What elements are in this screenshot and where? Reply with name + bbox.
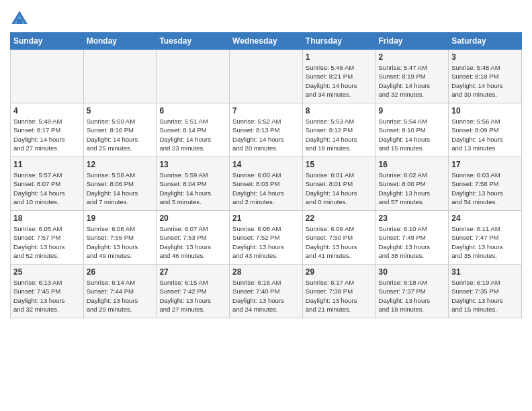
calendar-body: 1Sunrise: 5:46 AM Sunset: 8:21 PM Daylig… [11,50,522,318]
calendar-header-row: SundayMondayTuesdayWednesdayThursdayFrid… [11,33,522,50]
day-number: 31 [451,267,519,277]
cell-info: Sunrise: 6:09 AM Sunset: 7:50 PM Dayligh… [306,224,373,260]
cell-info: Sunrise: 6:10 AM Sunset: 7:49 PM Dayligh… [379,224,446,260]
calendar-week-2: 4Sunrise: 5:49 AM Sunset: 8:17 PM Daylig… [11,103,522,157]
calendar-cell [83,50,157,103]
weekday-header-thursday: Thursday [302,33,375,50]
day-number: 1 [306,52,373,62]
calendar-cell: 3Sunrise: 5:48 AM Sunset: 8:18 PM Daylig… [449,50,522,103]
day-number: 5 [87,106,154,116]
day-number: 2 [379,52,446,62]
calendar-cell: 9Sunrise: 5:54 AM Sunset: 8:10 PM Daylig… [375,103,449,157]
cell-info: Sunrise: 6:03 AM Sunset: 7:58 PM Dayligh… [451,171,519,206]
cell-info: Sunrise: 5:46 AM Sunset: 8:21 PM Dayligh… [306,63,373,99]
day-number: 29 [306,267,373,277]
page-header [10,7,522,28]
calendar-week-3: 11Sunrise: 5:57 AM Sunset: 8:07 PM Dayli… [11,157,522,211]
day-number: 18 [13,214,81,223]
cell-info: Sunrise: 5:48 AM Sunset: 8:18 PM Dayligh… [451,63,519,99]
day-number: 17 [451,160,519,169]
day-number: 11 [13,160,81,169]
calendar-cell: 6Sunrise: 5:51 AM Sunset: 8:14 PM Daylig… [157,103,230,157]
cell-info: Sunrise: 6:05 AM Sunset: 7:57 PM Dayligh… [13,224,81,260]
calendar-cell: 1Sunrise: 5:46 AM Sunset: 8:21 PM Daylig… [302,50,375,103]
cell-info: Sunrise: 6:19 AM Sunset: 7:35 PM Dayligh… [451,278,519,314]
cell-info: Sunrise: 5:53 AM Sunset: 8:12 PM Dayligh… [306,117,373,152]
calendar-cell: 18Sunrise: 6:05 AM Sunset: 7:57 PM Dayli… [11,211,84,265]
cell-info: Sunrise: 6:16 AM Sunset: 7:40 PM Dayligh… [232,278,300,314]
calendar-table: SundayMondayTuesdayWednesdayThursdayFrid… [10,32,522,318]
calendar-cell: 29Sunrise: 6:17 AM Sunset: 7:38 PM Dayli… [302,265,375,318]
calendar-cell [157,50,230,103]
day-number: 19 [87,214,154,223]
calendar-week-5: 25Sunrise: 6:13 AM Sunset: 7:45 PM Dayli… [11,265,522,318]
calendar-cell: 12Sunrise: 5:58 AM Sunset: 8:06 PM Dayli… [83,157,157,211]
weekday-header-friday: Friday [375,33,449,50]
logo [10,9,32,28]
cell-info: Sunrise: 5:59 AM Sunset: 8:04 PM Dayligh… [159,171,226,206]
day-number: 3 [451,52,519,62]
day-number: 30 [379,267,446,277]
day-number: 4 [13,106,81,116]
calendar-cell: 8Sunrise: 5:53 AM Sunset: 8:12 PM Daylig… [302,103,375,157]
weekday-header-wednesday: Wednesday [230,33,303,50]
calendar-cell: 16Sunrise: 6:02 AM Sunset: 8:00 PM Dayli… [375,157,449,211]
weekday-header-sunday: Sunday [11,33,84,50]
cell-info: Sunrise: 5:54 AM Sunset: 8:10 PM Dayligh… [379,117,446,152]
day-number: 9 [379,106,446,116]
calendar-cell: 28Sunrise: 6:16 AM Sunset: 7:40 PM Dayli… [230,265,303,318]
day-number: 22 [306,214,373,223]
day-number: 14 [232,160,300,169]
cell-info: Sunrise: 6:00 AM Sunset: 8:03 PM Dayligh… [232,171,300,206]
calendar-cell: 10Sunrise: 5:56 AM Sunset: 8:09 PM Dayli… [449,103,522,157]
cell-info: Sunrise: 5:58 AM Sunset: 8:06 PM Dayligh… [87,171,154,206]
svg-rect-2 [17,19,22,24]
day-number: 12 [87,160,154,169]
cell-info: Sunrise: 5:56 AM Sunset: 8:09 PM Dayligh… [451,117,519,152]
cell-info: Sunrise: 6:15 AM Sunset: 7:42 PM Dayligh… [159,278,226,314]
day-number: 21 [232,214,300,223]
cell-info: Sunrise: 6:07 AM Sunset: 7:53 PM Dayligh… [159,224,226,260]
weekday-header-monday: Monday [83,33,157,50]
calendar-cell: 17Sunrise: 6:03 AM Sunset: 7:58 PM Dayli… [449,157,522,211]
cell-info: Sunrise: 5:49 AM Sunset: 8:17 PM Dayligh… [13,117,81,152]
cell-info: Sunrise: 5:51 AM Sunset: 8:14 PM Dayligh… [159,117,226,152]
day-number: 25 [13,267,81,277]
cell-info: Sunrise: 6:18 AM Sunset: 7:37 PM Dayligh… [379,278,446,314]
cell-info: Sunrise: 5:57 AM Sunset: 8:07 PM Dayligh… [13,171,81,206]
calendar-week-4: 18Sunrise: 6:05 AM Sunset: 7:57 PM Dayli… [11,211,522,265]
calendar-cell: 30Sunrise: 6:18 AM Sunset: 7:37 PM Dayli… [375,265,449,318]
cell-info: Sunrise: 6:14 AM Sunset: 7:44 PM Dayligh… [87,278,154,314]
calendar-cell [11,50,84,103]
logo-icon [10,9,29,28]
day-number: 26 [87,267,154,277]
cell-info: Sunrise: 5:47 AM Sunset: 8:19 PM Dayligh… [379,63,446,99]
cell-info: Sunrise: 6:06 AM Sunset: 7:55 PM Dayligh… [87,224,154,260]
calendar-cell: 13Sunrise: 5:59 AM Sunset: 8:04 PM Dayli… [157,157,230,211]
calendar-cell: 23Sunrise: 6:10 AM Sunset: 7:49 PM Dayli… [375,211,449,265]
day-number: 7 [232,106,300,116]
calendar-cell: 5Sunrise: 5:50 AM Sunset: 8:16 PM Daylig… [83,103,157,157]
calendar-cell: 2Sunrise: 5:47 AM Sunset: 8:19 PM Daylig… [375,50,449,103]
calendar-cell: 25Sunrise: 6:13 AM Sunset: 7:45 PM Dayli… [11,265,84,318]
day-number: 24 [451,214,519,223]
cell-info: Sunrise: 6:11 AM Sunset: 7:47 PM Dayligh… [451,224,519,260]
calendar-cell [230,50,303,103]
cell-info: Sunrise: 5:52 AM Sunset: 8:13 PM Dayligh… [232,117,300,152]
calendar-cell: 19Sunrise: 6:06 AM Sunset: 7:55 PM Dayli… [83,211,157,265]
calendar-cell: 14Sunrise: 6:00 AM Sunset: 8:03 PM Dayli… [230,157,303,211]
day-number: 23 [379,214,446,223]
cell-info: Sunrise: 6:01 AM Sunset: 8:01 PM Dayligh… [306,171,373,206]
cell-info: Sunrise: 5:50 AM Sunset: 8:16 PM Dayligh… [87,117,154,152]
calendar-cell: 27Sunrise: 6:15 AM Sunset: 7:42 PM Dayli… [157,265,230,318]
day-number: 28 [232,267,300,277]
day-number: 27 [159,267,226,277]
calendar-cell: 22Sunrise: 6:09 AM Sunset: 7:50 PM Dayli… [302,211,375,265]
calendar-cell: 4Sunrise: 5:49 AM Sunset: 8:17 PM Daylig… [11,103,84,157]
day-number: 10 [451,106,519,116]
calendar-cell: 31Sunrise: 6:19 AM Sunset: 7:35 PM Dayli… [449,265,522,318]
calendar-cell: 11Sunrise: 5:57 AM Sunset: 8:07 PM Dayli… [11,157,84,211]
day-number: 8 [306,106,373,116]
day-number: 16 [379,160,446,169]
calendar-week-1: 1Sunrise: 5:46 AM Sunset: 8:21 PM Daylig… [11,50,522,103]
